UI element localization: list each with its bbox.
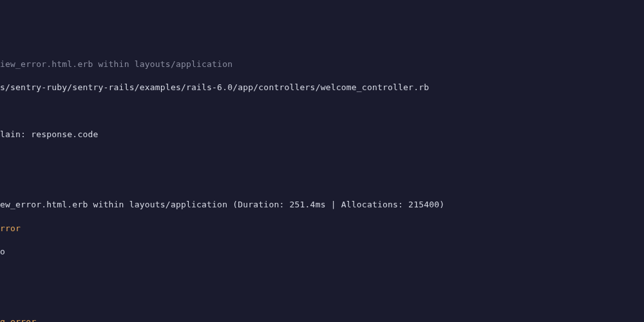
log-line: rror — [0, 223, 644, 234]
blank-line — [0, 176, 644, 187]
text: o — [0, 247, 5, 256]
text: rror — [0, 223, 21, 233]
log-line: s/sentry-ruby/sentry-rails/examples/rail… — [0, 82, 644, 93]
text: q_error — [0, 317, 36, 322]
log-line: o — [0, 246, 644, 258]
terminal-output: iew_error.html.erb within layouts/applic… — [0, 47, 644, 322]
blank-line — [0, 293, 644, 305]
log-line: q_error — [0, 316, 644, 322]
log-line: ew_error.html.erb within layouts/applica… — [0, 199, 644, 211]
log-line: lain: response.code — [0, 129, 644, 140]
blank-line — [0, 269, 644, 281]
log-line: iew_error.html.erb within layouts/applic… — [0, 59, 644, 70]
text: s/sentry-ruby/sentry-rails/examples/rail… — [0, 82, 429, 92]
text: lain: response.code — [0, 129, 99, 139]
blank-line — [0, 152, 644, 164]
text: ew_error.html.erb within layouts/applica… — [0, 200, 444, 209]
text: iew_error.html.erb within layouts/applic… — [0, 59, 232, 69]
blank-line — [0, 106, 644, 117]
